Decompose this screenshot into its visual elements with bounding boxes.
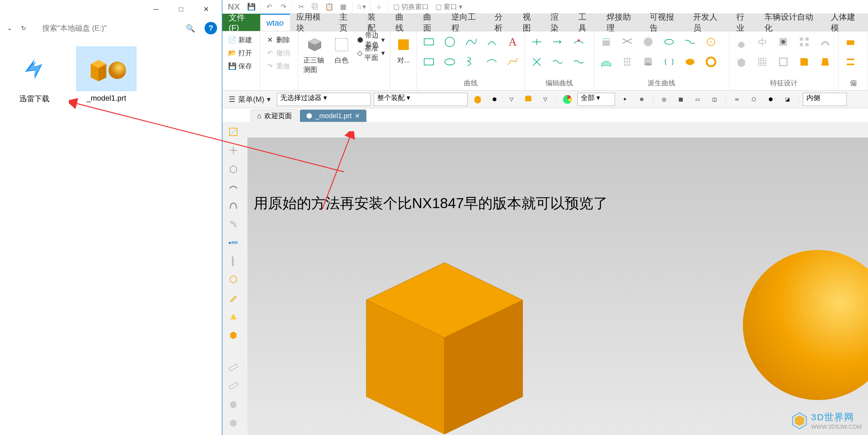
surface-tool-icon[interactable]: [226, 180, 240, 194]
menu-industry[interactable]: 行业: [730, 14, 758, 31]
cylinder-tool-icon[interactable]: [521, 93, 535, 106]
white-button[interactable]: 白色: [331, 34, 352, 88]
nx5-icon[interactable]: ▶NX5: [226, 236, 240, 249]
offset-surface-icon[interactable]: [842, 34, 859, 50]
link-tool-icon[interactable]: ∞: [730, 93, 744, 106]
maximize-button[interactable]: □: [168, 2, 194, 17]
undo-icon[interactable]: ↶: [263, 1, 276, 13]
intersect-icon[interactable]: [619, 34, 635, 50]
sweep-icon[interactable]: [817, 34, 833, 50]
body-icon[interactable]: [226, 162, 240, 176]
menu-tool[interactable]: 工具: [572, 14, 600, 31]
menu-view[interactable]: 视图: [517, 14, 544, 31]
ruler-icon[interactable]: [226, 360, 240, 374]
pipe-icon[interactable]: [226, 217, 240, 231]
filter-select[interactable]: 无选择过滤器 ▾: [277, 93, 371, 106]
file-item-model[interactable]: _model1.prt: [78, 47, 134, 104]
save-button[interactable]: 💾保存: [226, 60, 256, 72]
spring-icon[interactable]: [226, 254, 240, 268]
menu-file[interactable]: 文件(F): [222, 14, 260, 31]
surface-curve-icon[interactable]: [504, 54, 521, 70]
save-icon[interactable]: 💾: [245, 1, 258, 13]
switch-window-button[interactable]: ▢ 切换窗口: [391, 2, 431, 11]
close-button[interactable]: ✕: [194, 2, 219, 17]
overlap-icon[interactable]: ◪: [781, 93, 795, 106]
box3d-icon[interactable]: [226, 397, 240, 411]
mesh-icon[interactable]: [619, 54, 635, 70]
edit-point-icon[interactable]: [570, 34, 587, 50]
ellipse-icon[interactable]: [442, 54, 458, 70]
delete-button[interactable]: ✕删除: [264, 34, 294, 46]
offset-curve-icon[interactable]: [661, 34, 677, 50]
spline-icon[interactable]: [463, 34, 479, 50]
menu-visual-report[interactable]: 可视报告: [643, 14, 687, 31]
wrap-icon[interactable]: [682, 54, 698, 70]
file-item-thunder[interactable]: 迅雷下载: [6, 47, 63, 104]
cut-icon[interactable]: ✂: [295, 1, 308, 13]
nav-dropdown[interactable]: ⌄: [5, 24, 14, 33]
extrude-icon[interactable]: [733, 34, 749, 50]
scissors-icon[interactable]: [529, 54, 545, 70]
minimize-button[interactable]: ─: [144, 2, 168, 17]
shell-icon[interactable]: [775, 54, 792, 70]
sphere-curve-icon[interactable]: [640, 34, 656, 50]
hex-tool-icon[interactable]: ⬡: [747, 93, 761, 106]
cylinder-icon[interactable]: [640, 54, 656, 70]
grid2-icon[interactable]: [754, 54, 770, 70]
smooth-icon[interactable]: [550, 54, 566, 70]
new-button[interactable]: 📄新建: [226, 34, 256, 46]
chamfer-icon[interactable]: [796, 54, 812, 70]
datum-plane-button[interactable]: ◇基准平面▾: [355, 47, 386, 59]
trimetric-button[interactable]: 正三轴测图: [302, 34, 328, 88]
menu-surface[interactable]: 曲面: [417, 14, 445, 31]
rectangle-icon[interactable]: [421, 34, 437, 50]
menu-curve[interactable]: 曲线: [389, 14, 417, 31]
inside-select[interactable]: 内侧: [803, 93, 847, 106]
hole-icon[interactable]: [775, 34, 792, 50]
pattern-icon[interactable]: [796, 34, 812, 50]
bridge-icon[interactable]: [682, 34, 698, 50]
search-input[interactable]: [37, 20, 200, 36]
triangle-icon[interactable]: [226, 309, 240, 323]
window-button[interactable]: ▢ 窗口 ▾: [433, 2, 465, 11]
ruler2-icon[interactable]: [226, 379, 240, 393]
funnel-icon[interactable]: ▽: [504, 93, 518, 106]
open-button[interactable]: 📂打开: [226, 47, 256, 59]
paste-icon[interactable]: 📋: [323, 1, 336, 13]
rectangle2-icon[interactable]: [421, 54, 437, 70]
cube-select-icon[interactable]: [471, 93, 485, 106]
arc-icon[interactable]: [484, 34, 500, 50]
tab-model[interactable]: ⬢ _model1.prt ✕: [300, 109, 367, 122]
project-icon[interactable]: [598, 34, 614, 50]
menu-wtao[interactable]: wtao: [260, 14, 290, 31]
search-icon[interactable]: 🔍: [186, 24, 195, 33]
menu-weld[interactable]: 焊接助理: [600, 14, 644, 31]
sweep-tool-icon[interactable]: [226, 199, 240, 212]
circle-center-icon[interactable]: [703, 34, 719, 50]
wave-icon[interactable]: [570, 54, 587, 70]
close-icon[interactable]: ✕: [355, 112, 360, 120]
layer-icon[interactable]: ◫: [708, 93, 722, 106]
menu-app-module[interactable]: 应用模块: [290, 14, 334, 31]
object-button[interactable]: 对...: [394, 34, 413, 67]
curve2-icon[interactable]: [484, 54, 500, 70]
menu-home[interactable]: 主页: [333, 14, 361, 31]
wireframe-icon[interactable]: [226, 272, 240, 286]
datum-icon[interactable]: [226, 143, 240, 157]
box-tool-icon[interactable]: ⬢: [764, 93, 778, 106]
grid-icon[interactable]: ▦: [337, 1, 350, 13]
menu-reverse[interactable]: 逆向工程: [445, 14, 489, 31]
draft-icon[interactable]: [817, 54, 833, 70]
pencil-icon[interactable]: [226, 291, 240, 305]
refresh-button[interactable]: ↻: [19, 24, 28, 33]
undo-button[interactable]: ↶撤消: [264, 47, 294, 59]
thicken-icon[interactable]: [842, 54, 859, 70]
helix-icon[interactable]: [463, 54, 479, 70]
extend-icon[interactable]: [550, 34, 566, 50]
menu-analysis[interactable]: 分析: [488, 14, 516, 31]
all-select[interactable]: 全部 ▾: [578, 93, 615, 106]
help-icon[interactable]: ?: [205, 22, 217, 34]
box3d2-icon[interactable]: [226, 415, 240, 429]
sketch-icon[interactable]: [226, 125, 240, 139]
menu-assembly[interactable]: 装配: [361, 14, 389, 31]
